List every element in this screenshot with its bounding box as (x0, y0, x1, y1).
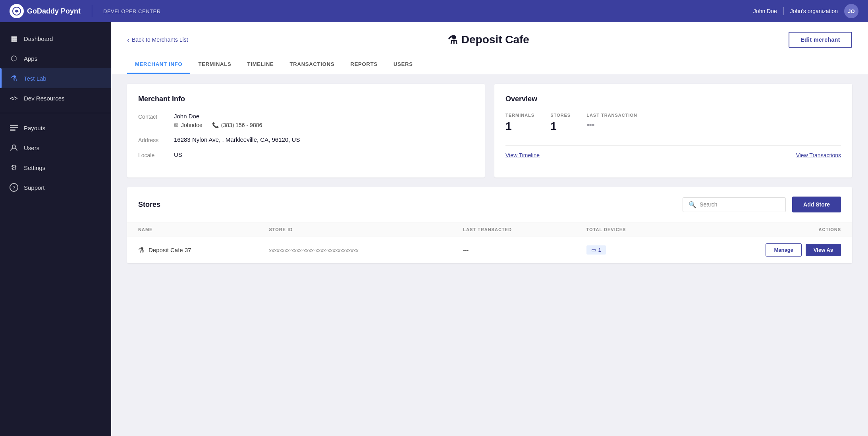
sidebar-divider (0, 113, 111, 113)
store-icon: ⚗ (138, 246, 145, 255)
stores-section: Stores 🔍 Add Store NAME STORE ID (127, 187, 852, 263)
sidebar-item-label: Payouts (24, 125, 45, 131)
back-chevron-icon: ‹ (127, 36, 129, 44)
dev-center-label: DEVELOPER CENTER (103, 8, 161, 14)
locale-row: Locale US (138, 151, 474, 158)
payouts-icon (10, 123, 18, 132)
store-name: Deposit Cafe 37 (149, 247, 191, 253)
sidebar-item-apps[interactable]: ⬡ Apps (0, 48, 111, 68)
sidebar: ▦ Dashboard ⬡ Apps ⚗ Test Lab </> Dev Re… (0, 22, 111, 436)
locale-value: US (174, 151, 182, 158)
col-name: NAME (127, 222, 258, 237)
tab-label: TRANSACTIONS (290, 61, 335, 67)
page-title: Deposit Cafe (461, 33, 529, 46)
sidebar-item-settings[interactable]: ⚙ Settings (0, 158, 111, 177)
overview-card: Overview TERMINALS 1 STORES 1 LAST TRANS… (494, 84, 852, 177)
page-header: ‹ Back to Merchants List ⚗ Deposit Cafe … (111, 22, 868, 74)
users-icon (10, 143, 18, 152)
logo[interactable]: GoDaddy Poynt (10, 4, 81, 18)
search-input[interactable] (700, 201, 780, 208)
store-id-cell: xxxxxxxx-xxxx-xxxx-xxxx-xxxxxxxxxxxx (258, 237, 452, 263)
address-row: Address 16283 Nylon Ave, , Markleeville,… (138, 136, 474, 143)
logo-icon (10, 4, 24, 18)
contact-phone: (383) 156 - 9886 (221, 122, 262, 128)
email-icon: ✉ (174, 122, 179, 128)
store-name-cell: ⚗ Deposit Cafe 37 (127, 237, 258, 263)
user-name[interactable]: John Doe (753, 8, 777, 14)
merchant-icon: ⚗ (448, 33, 457, 46)
tab-reports[interactable]: REPORTS (342, 56, 385, 74)
col-actions: ACTIONS (683, 222, 852, 237)
back-to-merchants-link[interactable]: ‹ Back to Merchants List (127, 36, 188, 44)
stores-table: NAME STORE ID LAST TRANSACTED TOTAL DEVI… (127, 222, 852, 263)
sidebar-item-payouts[interactable]: Payouts (0, 118, 111, 138)
col-last-transacted: LAST TRANSACTED (452, 222, 575, 237)
last-transacted-cell: --- (452, 237, 575, 263)
device-icon: ▭ (591, 247, 596, 253)
merchant-info-title: Merchant Info (138, 95, 474, 103)
dashboard-icon: ▦ (10, 34, 18, 43)
overview-title: Overview (505, 95, 841, 103)
overview-links: View Timeline View Transactions (505, 145, 841, 158)
tab-transactions[interactable]: TRANSACTIONS (282, 56, 343, 74)
view-transactions-link[interactable]: View Transactions (796, 152, 841, 158)
col-store-id: STORE ID (258, 222, 452, 237)
contact-label: Contact (138, 113, 174, 120)
view-as-button[interactable]: View As (806, 244, 841, 256)
support-icon: ? (10, 183, 18, 192)
contact-name: John Doe (174, 113, 262, 120)
sidebar-item-devresources[interactable]: </> Dev Resources (0, 88, 111, 108)
logo-text: GoDaddy Poynt (27, 7, 81, 15)
view-timeline-link[interactable]: View Timeline (505, 152, 540, 158)
tab-label: TERMINALS (198, 61, 231, 67)
avatar[interactable]: JO (844, 4, 858, 18)
add-store-button[interactable]: Add Store (792, 197, 841, 212)
testlab-icon: ⚗ (10, 74, 18, 83)
sidebar-item-dashboard[interactable]: ▦ Dashboard (0, 29, 111, 48)
tab-terminals[interactable]: TERMINALS (190, 56, 239, 74)
phone-icon: 📞 (212, 122, 219, 128)
edit-merchant-button[interactable]: Edit merchant (789, 32, 852, 48)
search-icon: 🔍 (689, 201, 696, 208)
page-title-area: ⚗ Deposit Cafe (448, 33, 529, 46)
col-total-devices: TOTAL DEVICES (575, 222, 683, 237)
table-row: ⚗ Deposit Cafe 37 xxxxxxxx-xxxx-xxxx-xxx… (127, 237, 852, 263)
sidebar-item-label: Apps (24, 55, 37, 62)
sidebar-item-label: Settings (24, 164, 45, 171)
terminals-stat: TERMINALS 1 (505, 113, 534, 133)
tab-timeline[interactable]: TIMELINE (239, 56, 282, 74)
stores-header: Stores 🔍 Add Store (127, 187, 852, 222)
store-id-value: xxxxxxxx-xxxx-xxxx-xxxx-xxxxxxxxxxxx (269, 247, 358, 253)
contact-email-item: ✉ Johndoe (174, 122, 203, 128)
sidebar-item-label: Dashboard (24, 35, 53, 42)
top-navigation: GoDaddy Poynt DEVELOPER CENTER John Doe … (0, 0, 868, 22)
last-transaction-value: --- (586, 120, 637, 129)
actions-cell: Manage View As (683, 237, 852, 263)
tab-label: MERCHANT INFO (135, 61, 182, 67)
contact-email: Johndoe (181, 122, 203, 128)
main-content: ‹ Back to Merchants List ⚗ Deposit Cafe … (111, 22, 868, 436)
tab-label: USERS (393, 61, 413, 67)
manage-button[interactable]: Manage (766, 243, 801, 257)
nav-separator (783, 7, 784, 15)
sidebar-item-label: Dev Resources (24, 95, 65, 102)
tab-merchant-info[interactable]: MERCHANT INFO (127, 56, 190, 74)
sidebar-item-testlab[interactable]: ⚗ Test Lab (0, 68, 111, 88)
svg-rect-2 (10, 127, 18, 128)
sidebar-item-users[interactable]: Users (0, 138, 111, 158)
locale-label: Locale (138, 151, 174, 158)
back-link-text: Back to Merchants List (132, 37, 188, 43)
search-box: 🔍 (683, 197, 786, 212)
terminals-label: TERMINALS (505, 113, 534, 118)
stores-title: Stores (138, 201, 160, 209)
overview-stats: TERMINALS 1 STORES 1 LAST TRANSACTION --… (505, 113, 841, 133)
terminals-value: 1 (505, 120, 534, 133)
nav-divider (92, 5, 92, 17)
sidebar-item-support[interactable]: ? Support (0, 177, 111, 197)
contact-phone-item: 📞 (383) 156 - 9886 (212, 122, 262, 128)
device-count: 1 (598, 247, 601, 253)
org-name[interactable]: John's organization (790, 8, 838, 14)
merchant-tabs: MERCHANT INFO TERMINALS TIMELINE TRANSAC… (127, 56, 852, 74)
tab-users[interactable]: USERS (386, 56, 421, 74)
svg-rect-3 (10, 129, 15, 131)
